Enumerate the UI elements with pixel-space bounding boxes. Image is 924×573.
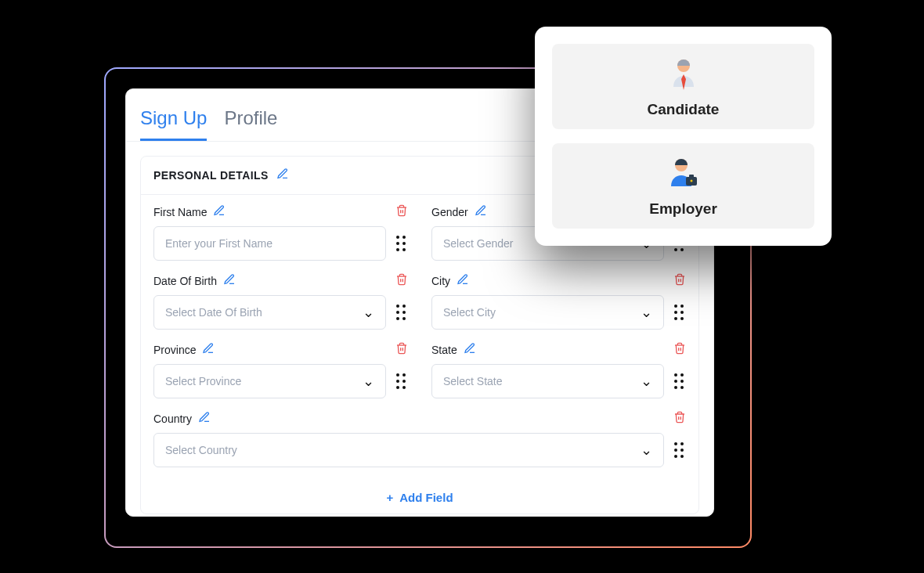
field-city: City Select City ⌄	[431, 273, 686, 330]
role-label: Employer	[649, 200, 717, 218]
state-select[interactable]: Select State ⌄	[431, 364, 664, 398]
chevron-down-icon: ⌄	[641, 304, 652, 321]
plus-icon: +	[386, 491, 393, 504]
field-first-name: First Name Enter your First Name	[153, 204, 408, 261]
role-chooser-popup: Candidate Employer	[535, 27, 832, 246]
chevron-down-icon: ⌄	[363, 373, 374, 390]
chevron-down-icon: ⌄	[641, 373, 652, 390]
drag-handle-icon[interactable]	[394, 373, 408, 389]
drag-handle-icon[interactable]	[672, 442, 686, 458]
drag-handle-icon[interactable]	[672, 305, 686, 320]
svg-point-5	[690, 179, 692, 182]
field-label: State	[431, 344, 457, 356]
placeholder-text: Select Gender	[443, 237, 514, 250]
add-field-label: Add Field	[399, 491, 453, 504]
field-label: Date Of Birth	[153, 275, 217, 287]
city-select[interactable]: Select City ⌄	[431, 295, 664, 330]
candidate-icon	[666, 56, 702, 95]
field-province: Province Select Province ⌄	[153, 342, 408, 398]
field-label: Country	[153, 413, 192, 425]
edit-icon[interactable]	[475, 204, 487, 220]
employer-icon	[666, 155, 702, 194]
edit-icon[interactable]	[276, 168, 289, 183]
country-select[interactable]: Select Country ⌄	[153, 433, 664, 467]
chevron-down-icon: ⌄	[641, 441, 652, 459]
dob-select[interactable]: Select Date Of Birth ⌄	[153, 295, 386, 330]
first-name-input[interactable]: Enter your First Name	[153, 226, 386, 261]
role-employer[interactable]: Employer	[552, 143, 814, 229]
province-select[interactable]: Select Province ⌄	[153, 364, 386, 398]
field-label: Gender	[431, 206, 468, 218]
edit-icon[interactable]	[213, 204, 226, 220]
edit-icon[interactable]	[202, 342, 215, 358]
drag-handle-icon[interactable]	[672, 373, 686, 389]
role-candidate[interactable]: Candidate	[552, 44, 814, 129]
trash-icon[interactable]	[673, 273, 686, 289]
edit-icon[interactable]	[457, 273, 469, 289]
drag-handle-icon[interactable]	[394, 305, 408, 320]
placeholder-text: Select Country	[165, 444, 237, 456]
placeholder-text: Select Date Of Birth	[165, 306, 262, 319]
edit-icon[interactable]	[464, 342, 476, 358]
placeholder-text: Enter your First Name	[165, 237, 273, 250]
trash-icon[interactable]	[673, 342, 686, 358]
section-title: PERSONAL DETAILS	[153, 169, 269, 182]
trash-icon[interactable]	[395, 342, 408, 358]
placeholder-text: Select State	[443, 375, 503, 387]
trash-icon[interactable]	[395, 273, 408, 289]
field-label: First Name	[153, 206, 207, 218]
field-country: Country Select Country ⌄	[153, 411, 686, 467]
role-label: Candidate	[648, 101, 720, 118]
drag-handle-icon[interactable]	[394, 236, 408, 251]
trash-icon[interactable]	[673, 411, 686, 427]
chevron-down-icon: ⌄	[363, 304, 374, 321]
field-dob: Date Of Birth Select Date Of Birth ⌄	[153, 273, 408, 330]
field-state: State Select State ⌄	[431, 342, 686, 398]
svg-rect-4	[689, 175, 694, 178]
trash-icon[interactable]	[395, 204, 408, 220]
field-label: Province	[153, 344, 196, 356]
edit-icon[interactable]	[198, 411, 211, 427]
edit-icon[interactable]	[223, 273, 236, 289]
tab-signup[interactable]: Sign Up	[140, 107, 207, 141]
placeholder-text: Select Province	[165, 375, 241, 387]
tab-profile[interactable]: Profile	[224, 107, 277, 141]
placeholder-text: Select City	[443, 306, 496, 319]
field-label: City	[431, 275, 450, 287]
add-field-button[interactable]: + Add Field	[153, 480, 686, 509]
